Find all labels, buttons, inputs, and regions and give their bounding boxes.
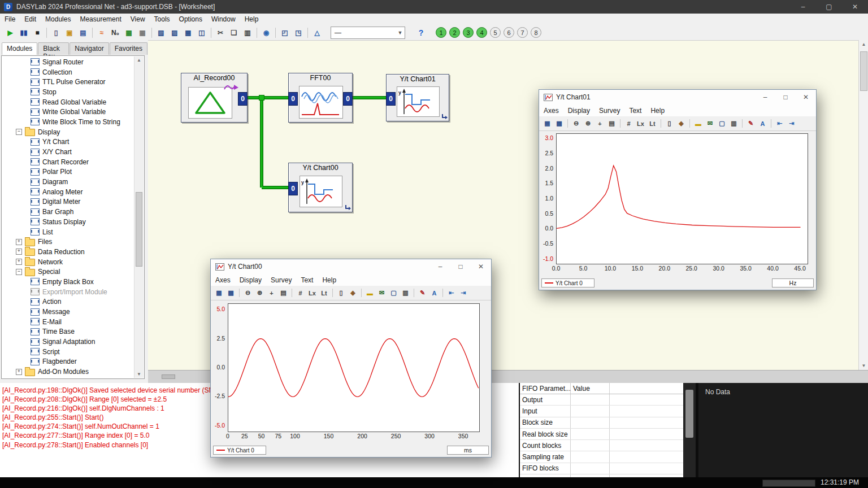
module-list-button[interactable]: ▩	[181, 27, 195, 39]
tree-item[interactable]: Signal Adaptation	[2, 337, 134, 347]
layout-grid-button[interactable]: ▦	[136, 27, 149, 39]
preset-button[interactable]: 8	[531, 27, 541, 38]
browser-button[interactable]: ◉	[259, 27, 273, 39]
help-button[interactable]: ?	[414, 27, 428, 39]
menu-item[interactable]: Edit	[20, 15, 41, 23]
splitter-grip[interactable]	[162, 374, 175, 379]
fifo-header-param[interactable]: FIFO Paramet...	[520, 383, 571, 394]
input-port[interactable]: 0	[288, 92, 298, 106]
tree-item[interactable]: Chart Recorder	[2, 157, 134, 167]
tree-item[interactable]: Export/Import Module	[2, 287, 134, 297]
chart-menu-item[interactable]: Display	[235, 276, 266, 284]
minimize-button[interactable]: –	[430, 259, 450, 274]
zoom-in-icon[interactable]: ⊕	[583, 118, 593, 129]
input-port[interactable]: 0	[386, 92, 396, 106]
module-numbers-button[interactable]: N₀	[108, 27, 122, 39]
tree-item[interactable]: Collection	[2, 67, 134, 77]
expand-toggle-icon[interactable]: +	[16, 239, 22, 245]
input-port[interactable]: 0	[288, 182, 298, 195]
text-icon[interactable]: A	[429, 287, 440, 298]
paste-button[interactable]: ▥	[241, 27, 254, 39]
window-arrange-button[interactable]: ◫	[195, 27, 209, 39]
menu-item[interactable]: File	[0, 15, 20, 23]
chart-menu-item[interactable]: Survey	[594, 107, 624, 115]
menu-item[interactable]: Help	[240, 15, 263, 23]
chart-menu-item[interactable]: Display	[563, 107, 594, 115]
tree-item[interactable]: Flagbender	[2, 357, 134, 367]
chart-options-icon[interactable]: ▩	[225, 287, 236, 298]
paint-icon[interactable]: ✎	[745, 118, 756, 129]
maximize-button[interactable]: □	[775, 90, 796, 104]
chart-window-yt-chart00[interactable]: Y/t Chart00 – □ ✕ AxesDisplaySurveyTextH…	[210, 259, 492, 457]
print-icon[interactable]: ▤	[606, 118, 617, 129]
preset-button[interactable]: 2	[449, 27, 460, 38]
tree-item[interactable]: Y/t Chart	[2, 137, 134, 147]
plot-area[interactable]	[228, 303, 480, 432]
scroll-right-icon[interactable]: ⇥	[458, 287, 468, 298]
save-worksheet-button[interactable]: ▤	[76, 27, 90, 39]
window-titlebar[interactable]: Y/t Chart00 – □ ✕	[211, 259, 491, 274]
cut-button[interactable]: ✂	[214, 27, 227, 39]
close-button[interactable]: ✕	[796, 90, 816, 104]
log-x-axis-icon[interactable]: Lx	[307, 287, 318, 298]
linear-time-axis-icon[interactable]: Lt	[319, 287, 329, 298]
tree-item[interactable]: Script	[2, 347, 134, 357]
grid-icon[interactable]: #	[295, 287, 306, 298]
zoom-out-icon[interactable]: ⊖	[571, 118, 581, 129]
cursor-icon[interactable]: +	[594, 118, 605, 129]
sidebar-tab[interactable]: Modules	[2, 42, 37, 55]
chart-menu-item[interactable]: Help	[318, 276, 341, 284]
tree-item[interactable]: Stop	[2, 87, 134, 97]
plot-area[interactable]	[556, 133, 808, 264]
tree-item[interactable]: E-Mail	[2, 317, 134, 327]
linear-time-axis-icon[interactable]: Lt	[647, 118, 658, 129]
preset-button[interactable]: 4	[476, 27, 487, 38]
tree-item[interactable]: + Files	[2, 237, 134, 247]
tree-item[interactable]: Message	[2, 307, 134, 317]
export-icon[interactable]: ✉	[376, 287, 387, 298]
fifo-row[interactable]: Count blocks	[520, 440, 683, 451]
worksheet-snapshot-button[interactable]: ▦	[122, 27, 136, 39]
tree-item[interactable]: + Network	[2, 257, 134, 267]
fifo-row[interactable]: Block size	[520, 417, 683, 429]
tree-item[interactable]: Write Block Time to String	[2, 117, 134, 127]
fifo-row[interactable]: Sampling rate	[520, 451, 683, 463]
paint-icon[interactable]: ✎	[417, 287, 428, 298]
ruler-icon[interactable]: ▥	[400, 287, 411, 298]
legend-entry[interactable]: Y/t Chart 0	[541, 278, 594, 287]
expand-toggle-icon[interactable]: +	[16, 249, 22, 255]
legend-entry[interactable]: Y/t Chart 0	[213, 446, 266, 455]
close-button[interactable]: ✕	[842, 0, 868, 14]
tree-item[interactable]: Time Base	[2, 327, 134, 337]
expand-toggle-icon[interactable]: +	[16, 259, 22, 265]
preset-button[interactable]: 5	[490, 27, 501, 38]
marker-icon[interactable]: ▬	[364, 287, 375, 298]
chart-menu-item[interactable]: Axes	[539, 107, 563, 115]
chart-menu-item[interactable]: Axes	[211, 276, 235, 284]
preset-button[interactable]: 1	[436, 27, 446, 38]
fifo-scrollbar-thumb[interactable]	[685, 390, 693, 438]
tree-item[interactable]: TTL Pulse Generator	[2, 77, 134, 87]
chart-menu-item[interactable]: Text	[624, 107, 646, 115]
fifo-row[interactable]: Real block size	[520, 429, 683, 440]
copy-to-clipboard-icon[interactable]: ▦	[542, 118, 553, 129]
tree-item[interactable]: Digital Meter	[2, 197, 134, 207]
stop-button[interactable]: ■	[31, 27, 44, 39]
blank-page-icon[interactable]: ▯	[336, 287, 346, 298]
tree-item[interactable]: Analog Meter	[2, 187, 134, 197]
worksheet-scrollbar[interactable]	[858, 40, 868, 370]
chart-options-icon[interactable]: ▩	[554, 118, 565, 129]
zoom-out-icon[interactable]: ⊖	[242, 287, 253, 298]
screen-copy-icon[interactable]: ▢	[717, 118, 727, 129]
tree-item[interactable]: Polar Plot	[2, 167, 134, 177]
ruler-icon[interactable]: ▥	[728, 118, 739, 129]
module-block-yt-chart01[interactable]: Y/t Chart01 y 0	[386, 74, 449, 121]
grid-icon[interactable]: #	[623, 118, 634, 129]
combo-dropdown-icon[interactable]	[396, 30, 405, 36]
worksheet-view-button[interactable]: ▧	[154, 27, 168, 39]
window-titlebar[interactable]: D DASYLab 2024 Professional Net - ad3-su…	[0, 0, 868, 14]
tree-item[interactable]: Read Global Variable	[2, 97, 134, 107]
module-block-yt-chart00[interactable]: Y/t Chart00 y 0	[288, 163, 353, 212]
tree-item[interactable]: Action	[2, 297, 134, 307]
print-icon[interactable]: ▤	[278, 287, 289, 298]
